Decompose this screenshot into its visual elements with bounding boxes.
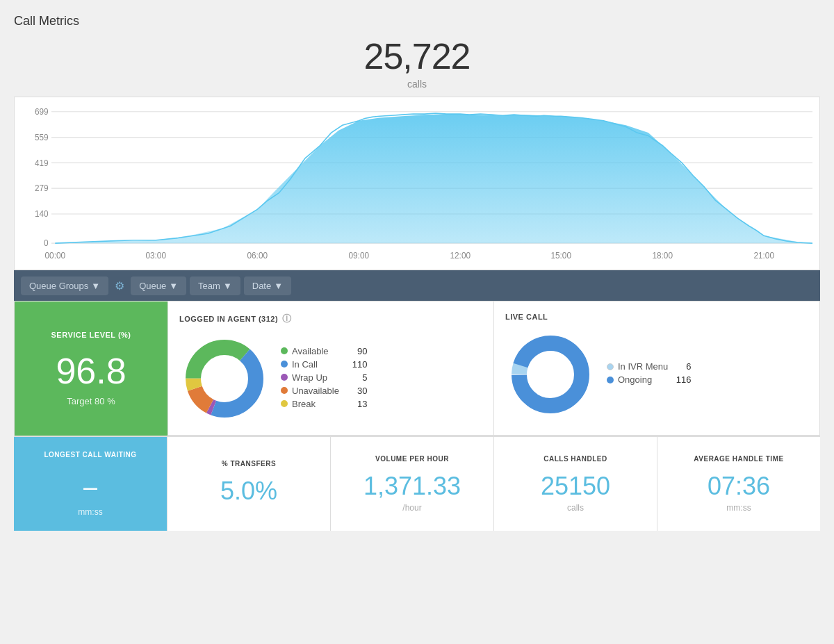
avg-handle-value: 07:36 [708,474,770,499]
avg-handle-cell: AVERAGE HANDLE TIME 07:36 mm:ss [657,436,820,531]
svg-text:419: 419 [35,158,49,168]
hero-metric: 25,722 calls [14,35,820,90]
date-label: Date [252,281,271,291]
hero-label: calls [14,79,820,90]
calls-handled-unit: calls [567,503,584,513]
service-level-target: Target 80 % [67,396,115,406]
wrap-up-dot [281,374,288,381]
avg-handle-title: AVERAGE HANDLE TIME [694,455,783,463]
svg-text:09:00: 09:00 [348,251,369,261]
legend-in-call: In Call 110 [281,359,367,370]
longest-wait-unit: mm:ss [78,507,102,517]
volume-unit: /hour [402,503,421,513]
svg-text:00:00: 00:00 [45,251,66,261]
svg-text:21:00: 21:00 [753,251,774,261]
legend-wrap-up: Wrap Up 5 [281,372,367,383]
team-label: Team [198,281,220,291]
service-level-value: 96.8 [56,353,126,389]
queue-filter[interactable]: Queue ▼ [131,276,186,295]
transfers-title: % TRANSFERS [222,460,276,468]
volume-title: VOLUME per HOUR [375,455,449,463]
svg-text:0: 0 [44,238,49,248]
svg-text:140: 140 [35,209,49,219]
svg-text:279: 279 [35,183,49,193]
transfers-value: 5.0% [220,479,277,504]
svg-text:559: 559 [35,133,49,142]
volume-cell: VOLUME per HOUR 1,371.33 /hour [330,436,493,531]
legend-available: Available 90 [281,346,367,356]
svg-point-28 [528,352,573,397]
transfers-cell: % TRANSFERS 5.0% [167,436,330,531]
calls-handled-title: CALLS HANDLED [543,455,607,463]
date-filter[interactable]: Date ▼ [244,276,291,295]
live-call-title: LIVE CALL [505,313,808,321]
live-call-cell: LIVE CALL In IVR Menu 6 Ongoing [493,302,819,436]
metrics-grid: SERVICE LEVEL (%) 96.8 Target 80 % LOGGE… [14,301,820,436]
svg-text:15:00: 15:00 [550,251,571,261]
legend-unavailable: Unavailable 30 [281,386,367,396]
logged-in-title: LOGGED IN AGENT (312) ⓘ [179,313,482,325]
svg-text:06:00: 06:00 [247,251,268,261]
service-level-title: SERVICE LEVEL (%) [51,331,131,339]
agent-legend: Available 90 In Call 110 Wrap Up 5 Unava… [281,346,367,412]
svg-text:699: 699 [35,107,49,117]
page-title: Call Metrics [14,14,820,28]
info-icon: ⓘ [282,313,292,325]
live-call-legend: In IVR Menu 6 Ongoing 116 [607,361,692,388]
calls-handled-cell: CALLS HANDLED 25150 calls [493,436,657,531]
chevron-down-icon: ▼ [169,281,178,291]
logged-in-content: Available 90 In Call 110 Wrap Up 5 Unava… [179,333,482,424]
settings-icon-btn[interactable]: ⚙ [112,276,127,295]
ivr-dot [607,363,614,370]
longest-wait-value: – [83,472,97,502]
chevron-down-icon: ▼ [274,281,283,291]
svg-point-25 [202,356,247,401]
chart-svg: 699 559 419 279 140 0 00:00 03:00 06:00 … [22,104,812,270]
avg-handle-unit: mm:ss [726,503,751,513]
legend-ivr: In IVR Menu 6 [607,361,692,372]
longest-wait-cell: LONGEST CALL WAITING – mm:ss [14,436,167,531]
filter-bar: Queue Groups ▼ ⚙ Queue ▼ Team ▼ Date ▼ [14,270,820,301]
longest-wait-title: LONGEST CALL WAITING [44,451,136,459]
live-call-content: In IVR Menu 6 Ongoing 116 [505,329,808,420]
calls-handled-value: 25150 [541,474,610,499]
svg-text:18:00: 18:00 [652,251,673,261]
logged-in-cell: LOGGED IN AGENT (312) ⓘ [167,302,493,436]
chevron-down-icon: ▼ [223,281,232,291]
svg-text:03:00: 03:00 [145,251,166,261]
in-call-dot [281,361,288,368]
legend-ongoing: Ongoing 116 [607,374,692,385]
svg-text:12:00: 12:00 [450,251,471,261]
calls-chart: 699 559 419 279 140 0 00:00 03:00 06:00 … [14,97,820,270]
service-level-cell: SERVICE LEVEL (%) 96.8 Target 80 % [15,302,167,436]
bottom-metrics: LONGEST CALL WAITING – mm:ss % TRANSFERS… [14,436,820,531]
live-call-donut-chart [505,329,596,420]
team-filter[interactable]: Team ▼ [190,276,240,295]
queue-label: Queue [139,281,166,291]
break-dot [281,400,288,407]
queue-groups-filter[interactable]: Queue Groups ▼ [21,276,108,295]
available-dot [281,347,288,354]
unavailable-dot [281,387,288,394]
hero-number: 25,722 [14,35,820,77]
queue-groups-label: Queue Groups [29,281,88,291]
legend-break: Break 13 [281,399,367,409]
ongoing-dot [607,377,614,383]
agent-donut-chart [179,333,270,424]
volume-value: 1,371.33 [363,474,461,499]
chevron-down-icon: ▼ [91,281,100,291]
